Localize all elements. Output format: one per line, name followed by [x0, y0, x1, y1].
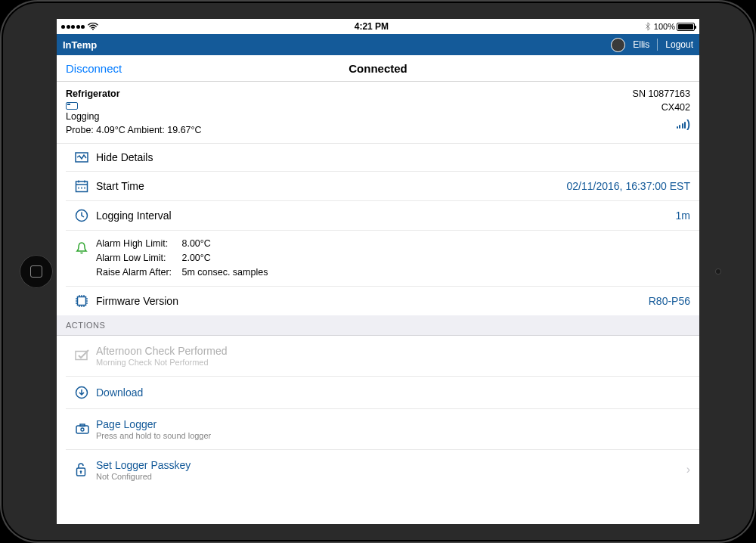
status-right: 100% — [645, 22, 695, 31]
svg-point-0 — [92, 29, 94, 30]
bluetooth-icon — [645, 22, 651, 31]
content-area[interactable]: Refrigerator Logging Probe: 4.09°C Ambie… — [57, 82, 699, 524]
svg-rect-10 — [78, 296, 86, 305]
signal-dots-icon — [61, 25, 85, 29]
chip-icon — [75, 294, 88, 308]
svg-rect-25 — [76, 426, 88, 433]
firmware-value: R80-P56 — [649, 295, 690, 307]
check-icon — [75, 349, 90, 361]
svg-rect-2 — [76, 182, 88, 192]
avatar[interactable] — [611, 38, 625, 52]
model-number: CX402 — [633, 101, 690, 114]
nav-row: Disconnect Connected — [57, 55, 699, 82]
bell-icon — [75, 241, 88, 255]
logging-interval-row: Logging Interval 1m — [66, 201, 699, 231]
details-icon — [75, 152, 88, 163]
logout-button[interactable]: Logout — [665, 39, 693, 50]
device-status: Logging — [66, 110, 202, 123]
divider — [657, 39, 658, 51]
alarm-row: Alarm High Limit: 8.00°C Alarm Low Limit… — [66, 231, 699, 286]
device-name: Refrigerator — [66, 87, 202, 101]
start-time-value: 02/11/2016, 16:37:00 EST — [567, 180, 690, 192]
chevron-right-icon: › — [686, 463, 690, 476]
battery-percent: 100% — [654, 22, 675, 31]
battery-indicator: 100% — [654, 22, 695, 31]
page-logger-action[interactable]: Page Logger Press and hold to sound logg… — [66, 409, 699, 450]
serial-number: SN 10877163 — [633, 87, 690, 101]
alarm-details: Alarm High Limit: 8.00°C Alarm Low Limit… — [96, 237, 268, 279]
user-name[interactable]: Ellis — [633, 39, 649, 50]
app-bar: InTemp Ellis Logout — [57, 34, 699, 55]
page-title: Connected — [349, 62, 407, 75]
clock-icon — [75, 209, 88, 222]
disconnect-button[interactable]: Disconnect — [66, 62, 122, 75]
passkey-action[interactable]: Set Logger Passkey Not Configured › — [66, 450, 699, 490]
app-title: InTemp — [63, 39, 97, 51]
wifi-icon — [88, 23, 98, 30]
download-action[interactable]: Download — [66, 377, 699, 409]
status-time: 4:21 PM — [355, 21, 389, 32]
camera — [715, 268, 721, 275]
pager-icon — [75, 423, 90, 435]
signal-icon: ) — [633, 116, 690, 132]
status-left — [61, 23, 98, 30]
interval-value: 1m — [676, 209, 690, 222]
home-button[interactable] — [20, 255, 53, 288]
download-icon — [75, 386, 88, 399]
lock-icon — [75, 462, 87, 477]
svg-point-27 — [81, 428, 84, 431]
firmware-row: Firmware Version R80-P56 — [66, 287, 699, 315]
status-bar: 4:21 PM 100% — [57, 19, 699, 34]
ipad-frame: 4:21 PM 100% InTemp Ellis Logout Disconn… — [0, 0, 756, 543]
device-header: Refrigerator Logging Probe: 4.09°C Ambie… — [57, 82, 699, 144]
hide-details-button[interactable]: Hide Details — [66, 144, 699, 172]
battery-icon — [677, 23, 695, 31]
calendar-icon — [75, 179, 88, 193]
device-readings: Probe: 4.09°C Ambient: 19.67°C — [66, 123, 202, 137]
screen: 4:21 PM 100% InTemp Ellis Logout Disconn… — [57, 19, 699, 524]
start-time-row: Start Time 02/11/2016, 16:37:00 EST — [66, 172, 699, 201]
device-icon — [66, 102, 78, 110]
check-action: Afternoon Check Performed Morning Check … — [66, 336, 699, 377]
actions-header: ACTIONS — [57, 315, 699, 336]
